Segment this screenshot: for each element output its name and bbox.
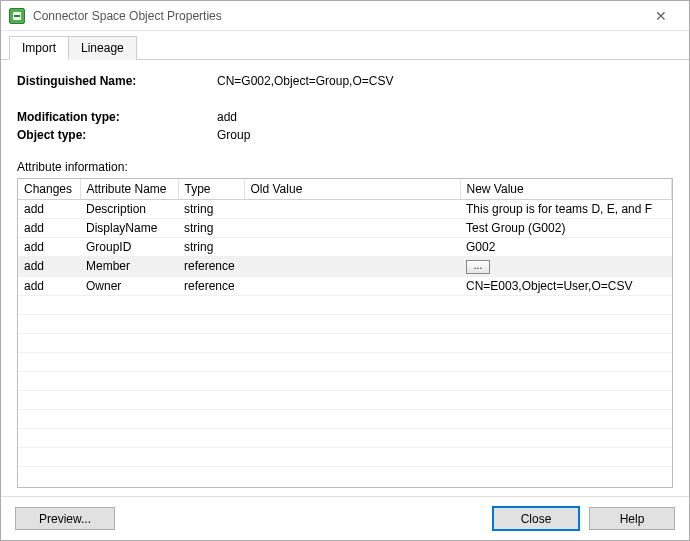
- cell-type: string: [178, 238, 244, 257]
- table-row[interactable]: [18, 390, 672, 409]
- cell-changes: add: [18, 257, 80, 277]
- cell-attrname: Member: [80, 257, 178, 277]
- grid-header-row: Changes Attribute Name Type Old Value Ne…: [18, 179, 672, 200]
- attribute-grid[interactable]: Changes Attribute Name Type Old Value Ne…: [17, 178, 673, 488]
- cell-newval: ...: [460, 257, 672, 277]
- tab-lineage-label: Lineage: [81, 41, 124, 55]
- table-row[interactable]: [18, 428, 672, 447]
- app-icon: [9, 8, 25, 24]
- close-button[interactable]: Close: [493, 507, 579, 530]
- cell-attrname: Description: [80, 200, 178, 219]
- cell-newval: G002: [460, 238, 672, 257]
- button-bar: Preview... Close Help: [1, 496, 689, 540]
- table-row[interactable]: [18, 409, 672, 428]
- cell-oldval: [244, 238, 460, 257]
- svg-rect-1: [14, 15, 20, 17]
- cell-type: reference: [178, 257, 244, 277]
- preview-button[interactable]: Preview...: [15, 507, 115, 530]
- col-changes[interactable]: Changes: [18, 179, 80, 200]
- tab-lineage[interactable]: Lineage: [68, 36, 137, 60]
- title-bar: Connector Space Object Properties ✕: [1, 1, 689, 31]
- cell-oldval: [244, 219, 460, 238]
- cell-oldval: [244, 276, 460, 295]
- table-row[interactable]: addOwnerreferenceCN=E003,Object=User,O=C…: [18, 276, 672, 295]
- table-row[interactable]: [18, 333, 672, 352]
- cell-changes: add: [18, 238, 80, 257]
- modtype-label: Modification type:: [17, 110, 217, 124]
- cell-attrname: GroupID: [80, 238, 178, 257]
- table-row[interactable]: addMemberreference...: [18, 257, 672, 277]
- objtype-value: Group: [217, 128, 673, 142]
- cell-changes: add: [18, 200, 80, 219]
- cell-attrname: Owner: [80, 276, 178, 295]
- ellipsis-button[interactable]: ...: [466, 260, 490, 274]
- help-button[interactable]: Help: [589, 507, 675, 530]
- table-row[interactable]: [18, 314, 672, 333]
- tab-import[interactable]: Import: [9, 36, 69, 60]
- cell-oldval: [244, 257, 460, 277]
- tab-strip: Import Lineage: [1, 31, 689, 60]
- dn-label: Distinguished Name:: [17, 74, 217, 88]
- cell-type: string: [178, 219, 244, 238]
- cell-attrname: DisplayName: [80, 219, 178, 238]
- close-icon[interactable]: ✕: [641, 2, 681, 30]
- tab-import-label: Import: [22, 41, 56, 55]
- cell-changes: add: [18, 219, 80, 238]
- cell-newval: CN=E003,Object=User,O=CSV: [460, 276, 672, 295]
- dn-value: CN=G002,Object=Group,O=CSV: [217, 74, 673, 88]
- objtype-label: Object type:: [17, 128, 217, 142]
- col-attrname[interactable]: Attribute Name: [80, 179, 178, 200]
- table-row[interactable]: [18, 447, 672, 466]
- table-row[interactable]: addGroupIDstringG002: [18, 238, 672, 257]
- cell-newval: Test Group (G002): [460, 219, 672, 238]
- modtype-value: add: [217, 110, 673, 124]
- cell-type: reference: [178, 276, 244, 295]
- cell-oldval: [244, 200, 460, 219]
- cell-changes: add: [18, 276, 80, 295]
- dialog-window: Connector Space Object Properties ✕ Impo…: [0, 0, 690, 541]
- table-row[interactable]: [18, 295, 672, 314]
- col-oldval[interactable]: Old Value: [244, 179, 460, 200]
- table-row[interactable]: [18, 352, 672, 371]
- tab-content: Distinguished Name: CN=G002,Object=Group…: [1, 60, 689, 496]
- col-newval[interactable]: New Value: [460, 179, 672, 200]
- cell-newval: This group is for teams D, E, and F: [460, 200, 672, 219]
- table-row[interactable]: addDisplayNamestringTest Group (G002): [18, 219, 672, 238]
- table-row[interactable]: [18, 371, 672, 390]
- attrinfo-label: Attribute information:: [17, 160, 673, 174]
- col-type[interactable]: Type: [178, 179, 244, 200]
- window-title: Connector Space Object Properties: [33, 9, 641, 23]
- table-row[interactable]: addDescriptionstringThis group is for te…: [18, 200, 672, 219]
- cell-type: string: [178, 200, 244, 219]
